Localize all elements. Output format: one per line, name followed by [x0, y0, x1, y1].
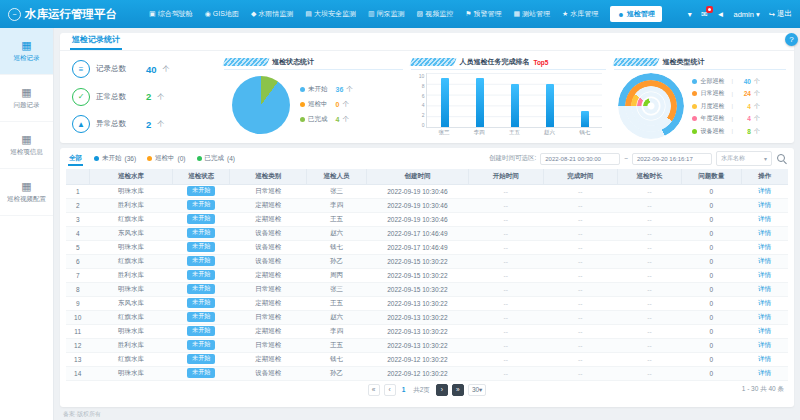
sidebar-item-label: 巡检视频配置	[7, 195, 46, 204]
nav-item-6[interactable]: ⚑预警管理	[465, 9, 501, 19]
radial-legend-label: 月度巡检	[700, 102, 724, 111]
cell-start: --	[468, 352, 543, 366]
first-page-button[interactable]: «	[368, 384, 380, 396]
nav-item-2[interactable]: ◆水雨情监测	[251, 9, 293, 19]
cell-category: 设备巡检	[230, 254, 307, 268]
bar	[546, 84, 554, 127]
nav-item-5[interactable]: ▨视频监控	[417, 9, 454, 19]
sidebar-item-label: 问题记录	[14, 101, 40, 110]
cell-action: 详情	[741, 240, 788, 254]
cell-index: 10	[66, 310, 89, 324]
column-header: 巡检水库	[89, 169, 172, 184]
cell-category: 定期巡检	[230, 352, 307, 366]
logout-button[interactable]: ↪退出	[769, 9, 792, 19]
status-badge: 未开始	[187, 298, 215, 307]
nav-item-0[interactable]: ▣综合驾驶舱	[149, 9, 193, 19]
detail-link[interactable]: 详情	[758, 243, 771, 250]
sidebar-item-0[interactable]: ▦巡检记录	[0, 28, 53, 75]
detail-link[interactable]: 详情	[758, 313, 771, 320]
cell-status: 未开始	[172, 338, 230, 352]
cell-finish: --	[543, 254, 618, 268]
status-tab-3[interactable]: 已完成(4)	[197, 154, 235, 163]
search-icon[interactable]	[776, 153, 788, 165]
cell-action: 详情	[741, 324, 788, 338]
user-menu[interactable]: admin ▾	[734, 10, 760, 19]
cell-action: 详情	[741, 268, 788, 282]
status-tab-0[interactable]: 全部	[68, 152, 83, 166]
tab-inspection-record-stats[interactable]: 巡检记录统计	[70, 32, 122, 50]
last-page-button[interactable]: »	[452, 384, 464, 396]
nav-item-9[interactable]: ☻巡检管理	[610, 6, 661, 22]
cell-status: 未开始	[172, 268, 230, 282]
cell-person: 张三	[307, 184, 367, 198]
detail-link[interactable]: 详情	[758, 369, 771, 376]
detail-link[interactable]: 详情	[758, 285, 771, 292]
cell-finish: --	[543, 296, 618, 310]
next-page-button[interactable]: ›	[436, 384, 448, 396]
cell-created: 2022-09-15 10:30:22	[366, 282, 468, 296]
table-card: 全部未开始(36)巡检中(0)已完成(4) 创建时间可选区: 2022-08-2…	[60, 148, 794, 407]
help-float-button[interactable]: ?	[785, 33, 798, 46]
reservoir-select[interactable]: 水库名称▾	[716, 151, 772, 166]
status-tab-count: (4)	[227, 155, 235, 162]
detail-link[interactable]: 详情	[758, 299, 771, 306]
cell-action: 详情	[741, 212, 788, 226]
radial-legend-unit: 个	[754, 127, 760, 136]
detail-link[interactable]: 详情	[758, 257, 771, 264]
status-badge: 未开始	[187, 200, 215, 209]
message-icon[interactable]: ✉	[701, 10, 708, 19]
caret-down-icon[interactable]: ▾	[688, 10, 692, 19]
main-layout: ▦巡检记录▦问题记录▦巡检项信息▦巡检视频配置 巡检记录统计 ≡记录总数40个✓…	[0, 28, 800, 420]
radial-title: 巡检类型统计	[662, 57, 704, 67]
clipboard-icon: ▦	[21, 180, 31, 193]
nav-item-7[interactable]: ▦测站管理	[513, 9, 550, 19]
cell-start: --	[468, 338, 543, 352]
cell-issues: 0	[681, 240, 741, 254]
legend-dot-icon	[300, 117, 305, 122]
table-row: 14明珠水库未开始设备巡检孙乙2022-09-12 10:30:22------…	[66, 366, 788, 380]
column-header: 开始时间	[468, 169, 543, 184]
nav-item-8[interactable]: ★水库管理	[562, 9, 598, 19]
detail-link[interactable]: 详情	[758, 327, 771, 334]
date-start-input[interactable]: 2022-08-21 00:30:00	[540, 153, 620, 165]
nav-item-label: 大坝安全监测	[314, 9, 356, 19]
cell-finish: --	[543, 184, 618, 198]
detail-link[interactable]: 详情	[758, 215, 771, 222]
detail-link[interactable]: 详情	[758, 201, 771, 208]
sidebar-item-2[interactable]: ▦巡检项信息	[0, 122, 53, 169]
detail-link[interactable]: 详情	[758, 229, 771, 236]
status-tab-1[interactable]: 未开始(36)	[94, 154, 136, 163]
pagination-summary: 1 - 30 共 40 条	[742, 385, 784, 394]
speaker-icon[interactable]: ◄	[717, 10, 725, 19]
detail-link[interactable]: 详情	[758, 187, 771, 194]
cell-index: 5	[66, 240, 89, 254]
x-tick-label: 王五	[509, 129, 520, 136]
sidebar-item-1[interactable]: ▦问题记录	[0, 75, 53, 122]
cell-status: 未开始	[172, 212, 230, 226]
cell-issues: 0	[681, 198, 741, 212]
y-tick-label: 6	[415, 93, 424, 99]
status-tab-2[interactable]: 巡检中(0)	[147, 154, 185, 163]
kpi-value: 2	[146, 119, 151, 130]
status-badge: 未开始	[187, 256, 215, 265]
cell-category: 定期巡检	[230, 324, 307, 338]
alarm-icon: ⚑	[465, 10, 471, 18]
status-dot-icon	[197, 156, 202, 161]
sidebar-item-3[interactable]: ▦巡检视频配置	[0, 169, 53, 216]
nav-item-4[interactable]: ▥闸泵监测	[368, 9, 405, 19]
prev-page-button[interactable]: ‹	[384, 384, 396, 396]
detail-link[interactable]: 详情	[758, 355, 771, 362]
cell-finish: --	[543, 212, 618, 226]
page-size-select[interactable]: 30▾	[468, 384, 487, 396]
nav-item-1[interactable]: ◉GIS地图	[205, 9, 239, 19]
date-end-input[interactable]: 2022-09-20 16:16:17	[632, 153, 712, 165]
cell-issues: 0	[681, 366, 741, 380]
clipboard-icon: ▦	[21, 133, 31, 146]
detail-link[interactable]: 详情	[758, 271, 771, 278]
nav-item-3[interactable]: ▤大坝安全监测	[305, 9, 356, 19]
cell-duration: --	[618, 282, 682, 296]
table-row: 8明珠水库未开始日常巡检张三2022-09-15 10:30:22------0…	[66, 282, 788, 296]
detail-link[interactable]: 详情	[758, 341, 771, 348]
legend-dot-icon	[692, 129, 697, 134]
current-page: 1	[402, 386, 406, 393]
